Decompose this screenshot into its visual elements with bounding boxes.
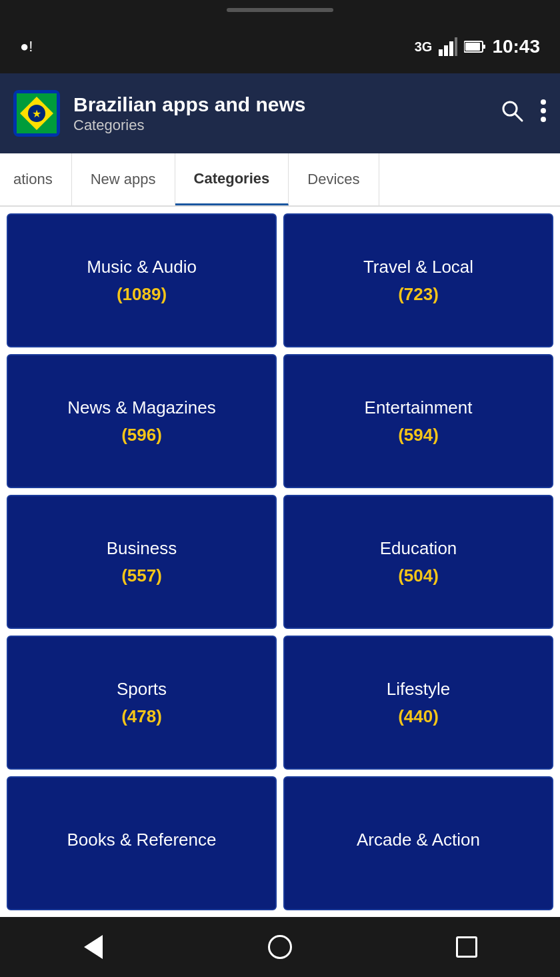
svg-rect-5	[483, 45, 485, 49]
category-name: Books & Reference	[67, 830, 216, 850]
svg-line-12	[515, 114, 522, 121]
signal-icon: 3G	[415, 39, 433, 55]
drag-handle	[0, 0, 560, 20]
status-left: ●!	[20, 38, 33, 55]
category-count: (557)	[121, 566, 162, 586]
svg-rect-6	[465, 43, 480, 51]
category-count: (1089)	[117, 284, 167, 305]
more-options-icon[interactable]	[540, 99, 547, 128]
category-count: (504)	[398, 566, 439, 586]
category-business[interactable]: Business (557)	[7, 495, 277, 629]
category-count: (594)	[398, 425, 439, 445]
category-name: Education	[380, 538, 457, 559]
category-name: Music & Audio	[87, 257, 197, 277]
category-lifestyle[interactable]: Lifestyle (440)	[283, 636, 553, 770]
home-icon	[268, 935, 292, 959]
signal-bars-icon	[439, 37, 457, 56]
app-bar: ★ Brazilian apps and news Categories	[0, 73, 560, 153]
notification-icon: ●!	[20, 38, 33, 55]
battery-icon	[464, 40, 485, 53]
search-icon[interactable]	[500, 99, 524, 128]
svg-rect-2	[449, 41, 453, 56]
category-music-audio[interactable]: Music & Audio (1089)	[7, 213, 277, 347]
recent-apps-icon	[456, 936, 477, 958]
category-count: (596)	[121, 425, 162, 445]
back-icon	[84, 935, 103, 959]
app-bar-title-group: Brazilian apps and news Categories	[73, 93, 487, 134]
category-count: (440)	[398, 706, 439, 727]
category-name: News & Magazines	[67, 397, 216, 418]
category-entertainment[interactable]: Entertainment (594)	[283, 354, 553, 488]
status-bar: ●! 3G 10:43	[0, 20, 560, 73]
back-button[interactable]	[73, 927, 113, 967]
svg-point-13	[541, 99, 546, 105]
category-name: Business	[107, 538, 177, 559]
category-count: (478)	[121, 706, 162, 727]
app-subtitle: Categories	[73, 117, 487, 134]
bottom-navigation	[0, 917, 560, 977]
category-sports[interactable]: Sports (478)	[7, 636, 277, 770]
time-display: 10:43	[492, 36, 540, 57]
app-logo: ★	[13, 90, 60, 137]
tabs-container: ations New apps Categories Devices	[0, 153, 560, 207]
drag-handle-bar	[227, 8, 333, 12]
svg-text:★: ★	[32, 108, 41, 119]
category-education[interactable]: Education (504)	[283, 495, 553, 629]
category-name: Lifestyle	[387, 679, 450, 700]
home-button[interactable]	[260, 927, 300, 967]
category-news-magazines[interactable]: News & Magazines (596)	[7, 354, 277, 488]
svg-rect-3	[455, 37, 457, 56]
category-count: (723)	[398, 284, 439, 305]
category-name: Travel & Local	[363, 257, 473, 277]
category-travel-local[interactable]: Travel & Local (723)	[283, 213, 553, 347]
status-right: 3G 10:43	[415, 36, 540, 57]
category-name: Arcade & Action	[357, 830, 480, 850]
app-title: Brazilian apps and news	[73, 93, 487, 117]
tab-devices[interactable]: Devices	[289, 153, 379, 205]
svg-point-15	[541, 117, 546, 122]
category-name: Entertainment	[365, 397, 473, 418]
categories-grid: Music & Audio (1089) Travel & Local (723…	[0, 207, 560, 917]
app-bar-actions	[500, 99, 547, 128]
svg-rect-1	[444, 45, 448, 56]
svg-point-14	[541, 108, 546, 113]
category-arcade-action[interactable]: Arcade & Action	[283, 776, 553, 910]
tab-categories[interactable]: Categories	[175, 153, 289, 205]
svg-rect-0	[439, 49, 443, 56]
category-books-reference[interactable]: Books & Reference	[7, 776, 277, 910]
recent-apps-button[interactable]	[447, 927, 487, 967]
category-name: Sports	[117, 679, 167, 700]
tab-new-apps[interactable]: New apps	[72, 153, 175, 205]
tab-applications[interactable]: ations	[0, 153, 72, 205]
